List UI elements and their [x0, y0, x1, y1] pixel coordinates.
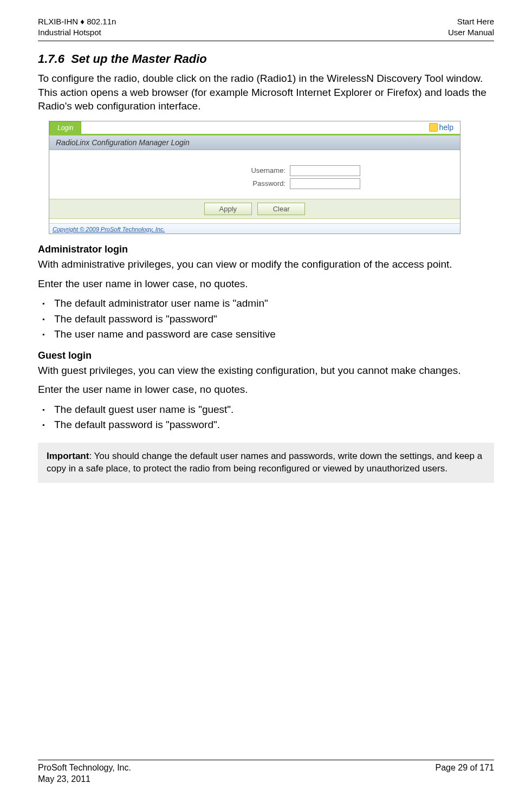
header-right-1: Start Here [448, 16, 494, 27]
header-left-1: RLXIB-IHN ♦ 802.11n [38, 16, 116, 27]
button-bar: Apply Clear [49, 199, 460, 219]
guest-heading: Guest login [38, 350, 494, 361]
admin-bullets: The default administrator user name is "… [38, 296, 494, 342]
section-heading: 1.7.6 Set up the Master Radio [38, 52, 494, 66]
help-label: help [439, 123, 453, 132]
footer-rule [38, 760, 494, 760]
note-label: Important [47, 451, 89, 461]
list-item: The user name and password are case sens… [38, 327, 494, 342]
list-item: The default password is "password" [38, 312, 494, 327]
password-input[interactable] [290, 178, 360, 189]
page-header: RLXIB-IHN ♦ 802.11n Industrial Hotspot S… [38, 16, 494, 37]
apply-button[interactable]: Apply [204, 203, 252, 215]
username-label: Username: [149, 166, 290, 174]
header-left-2: Industrial Hotspot [38, 27, 116, 38]
login-form: Username: Password: Apply Clear [49, 150, 460, 223]
page-footer: ProSoft Technology, Inc. May 23, 2011 Pa… [38, 760, 494, 785]
footer-left-2: May 23, 2011 [38, 774, 131, 785]
help-icon [429, 123, 438, 132]
guest-bullets: The default guest user name is "guest". … [38, 402, 494, 433]
panel-title: RadioLinx Configuration Manager Login [49, 135, 460, 150]
password-label: Password: [149, 179, 290, 187]
admin-p1: With administrative privileges, you can … [38, 257, 494, 271]
list-item: The default guest user name is "guest". [38, 402, 494, 418]
username-input[interactable] [290, 165, 360, 176]
footer-left-1: ProSoft Technology, Inc. [38, 762, 131, 774]
admin-heading: Administrator login [38, 244, 494, 255]
guest-p1: With guest privileges, you can view the … [38, 364, 494, 378]
header-rule [38, 41, 494, 41]
help-link[interactable]: help [429, 123, 453, 132]
guest-p2: Enter the user name in lower case, no qu… [38, 383, 494, 397]
header-right-2: User Manual [448, 27, 494, 38]
section-title: Set up the Master Radio [71, 52, 207, 66]
admin-p2: Enter the user name in lower case, no qu… [38, 277, 494, 291]
section-intro: To configure the radio, double click on … [38, 72, 494, 113]
screenshot-copyright: Copyright © 2009 ProSoft Technology, Inc… [49, 223, 460, 234]
important-note: Important: You should change the default… [38, 443, 494, 483]
login-screenshot: Login help RadioLinx Configuration Manag… [49, 121, 460, 234]
note-text: : You should change the default user nam… [47, 451, 482, 474]
footer-right-1: Page 29 of 171 [435, 762, 494, 785]
list-item: The default password is "password". [38, 417, 494, 433]
login-tab[interactable]: Login [49, 121, 81, 134]
clear-button[interactable]: Clear [257, 203, 305, 215]
list-item: The default administrator user name is "… [38, 296, 494, 312]
section-number: 1.7.6 [38, 52, 64, 66]
